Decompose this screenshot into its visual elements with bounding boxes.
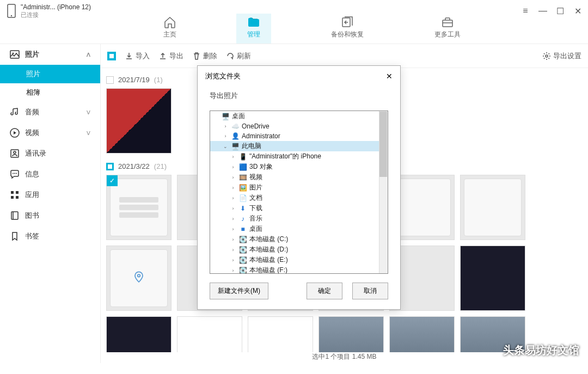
sidebar-sub-photos[interactable]: 照片 (0, 65, 100, 83)
svg-point-18 (138, 274, 140, 277)
import-icon (125, 52, 133, 60)
nav-home[interactable]: 主页 (152, 14, 187, 44)
user-icon: 👤 (231, 132, 240, 140)
photo-thumbnail[interactable] (460, 246, 525, 311)
tree-node-diskc[interactable]: ›💽本地磁盘 (C:) (210, 234, 388, 244)
trash-icon (192, 52, 201, 60)
photo-thumbnail[interactable] (106, 88, 171, 154)
dialog-title: 浏览文件夹 (205, 71, 241, 81)
svg-point-11 (16, 173, 17, 174)
nav-backup[interactable]: 备份和恢复 (320, 14, 375, 44)
sidebar-item-messages[interactable]: 信息 (0, 164, 100, 185)
tree-node-music[interactable]: ›♪音乐 (210, 213, 388, 224)
tree-node-onedrive[interactable]: ›☁️OneDrive (210, 121, 388, 131)
disk-icon: 💽 (238, 266, 247, 274)
photo-thumbnail[interactable] (248, 316, 313, 352)
bookmark-icon (10, 231, 20, 241)
photo-thumbnail[interactable] (106, 246, 171, 311)
pc-icon: 🖥️ (231, 142, 240, 151)
sidebar-item-apps[interactable]: 应用 (0, 185, 100, 205)
photo-thumbnail[interactable] (106, 316, 171, 352)
chevron-up-icon: ᐱ (87, 52, 90, 58)
photo-thumbnail[interactable] (389, 316, 455, 352)
apps-icon (10, 190, 20, 200)
sidebar-item-photos[interactable]: 照片 ᐱ (0, 44, 100, 65)
date-checkbox-checked[interactable] (106, 163, 114, 170)
svg-point-1 (11, 15, 12, 16)
tree-node-documents[interactable]: ›📄文档 (210, 193, 388, 203)
date-label: 2021/3/22 (118, 162, 150, 170)
desktop-folder-icon: ■ (238, 225, 247, 234)
tree-node-iphone[interactable]: ›📱"Administrator"的 iPhone (210, 151, 388, 162)
document-folder-icon: 📄 (238, 194, 247, 203)
tree-node-admin[interactable]: ›👤Administrator (210, 131, 388, 141)
toolbox-icon (441, 16, 454, 29)
tree-node-desktop2[interactable]: ›■桌面 (210, 224, 388, 234)
tree-node-diske[interactable]: ›💽本地磁盘 (E:) (210, 255, 388, 265)
svg-point-9 (13, 173, 14, 174)
sidebar-item-books[interactable]: 图书 (0, 205, 100, 226)
contact-icon (10, 149, 20, 158)
photo-thumbnail[interactable] (318, 316, 384, 352)
device-status: 已连接 (21, 11, 91, 19)
tree-node-videos[interactable]: ›🎞️视频 (210, 172, 388, 182)
new-folder-button[interactable]: 新建文件夹(M) (210, 283, 268, 299)
tree-node-thispc[interactable]: ⌄🖥️此电脑 (210, 141, 388, 151)
export-icon (158, 52, 167, 60)
cancel-button[interactable]: 取消 (352, 283, 388, 299)
titlebar: "Administr... (iPhone 12) 已连接 ≡ — ☐ ✕ (0, 0, 588, 22)
nav-tools-label: 更多工具 (434, 30, 461, 39)
date-checkbox[interactable] (106, 76, 114, 84)
refresh-button[interactable]: 刷新 (226, 51, 251, 61)
disk-icon: 💽 (238, 256, 247, 265)
maximize-button[interactable]: ☐ (556, 7, 564, 15)
photo-thumbnail[interactable] (460, 175, 525, 240)
photo-thumbnail[interactable] (177, 316, 242, 352)
scrollbar-thumb[interactable] (379, 112, 387, 177)
book-icon (10, 211, 20, 220)
folder-tree[interactable]: 🖥️桌面 ›☁️OneDrive ›👤Administrator ⌄🖥️此电脑 … (210, 111, 388, 274)
photo-thumbnail[interactable]: ✓ (106, 175, 171, 240)
sidebar-item-bookmarks[interactable]: 书签 (0, 226, 100, 247)
dialog-close-button[interactable]: ✕ (386, 72, 393, 81)
tree-node-desktop[interactable]: 🖥️桌面 (210, 111, 388, 121)
chevron-down-icon: ᐯ (87, 130, 90, 136)
tree-node-3d[interactable]: ›🟦3D 对象 (210, 162, 388, 172)
svg-point-10 (14, 173, 15, 174)
svg-point-17 (546, 55, 548, 57)
toolbar-label: 删除 (203, 51, 217, 61)
ok-button[interactable]: 确定 (307, 283, 342, 299)
folder-icon (247, 16, 260, 29)
device-info[interactable]: "Administr... (iPhone 12) 已连接 (7, 3, 91, 19)
backup-icon (341, 16, 354, 29)
svg-rect-3 (443, 20, 452, 27)
tree-node-diskf[interactable]: ›💽本地磁盘 (F:) (210, 265, 388, 274)
menu-icon[interactable]: ≡ (522, 7, 529, 15)
sidebar-item-video[interactable]: 视频 ᐯ (0, 122, 100, 143)
home-icon (163, 16, 176, 29)
sidebar-item-audio[interactable]: 音频 ᐯ (0, 102, 100, 122)
select-all-toggle[interactable] (107, 52, 116, 60)
sidebar-sub-albums[interactable]: 相簿 (0, 83, 100, 102)
close-button[interactable]: ✕ (574, 7, 581, 15)
toolbar-label: 导出 (169, 51, 183, 61)
date-count: (21) (154, 162, 167, 170)
toolbar-label: 导出设置 (553, 51, 581, 61)
export-settings-button[interactable]: 导出设置 (542, 51, 581, 61)
scrollbar-track[interactable] (379, 111, 388, 273)
svg-rect-15 (16, 196, 19, 199)
toolbar-label: 刷新 (237, 51, 251, 61)
export-button[interactable]: 导出 (158, 51, 183, 61)
delete-button[interactable]: 删除 (192, 51, 217, 61)
tree-node-diskd[interactable]: ›💽本地磁盘 (D:) (210, 244, 388, 255)
import-button[interactable]: 导入 (125, 51, 150, 61)
image-icon (10, 50, 20, 59)
sidebar-item-contacts[interactable]: 通讯录 (0, 143, 100, 164)
minimize-button[interactable]: — (539, 7, 547, 15)
nav-manage[interactable]: 管理 (236, 14, 271, 44)
picture-folder-icon: 🖼️ (238, 183, 247, 192)
nav-tools[interactable]: 更多工具 (424, 14, 471, 44)
tree-node-downloads[interactable]: ›⬇下载 (210, 203, 388, 213)
sidebar: 照片 ᐱ 照片 相簿 音频 ᐯ 视频 ᐯ 通讯录 信息 应用 图书 (0, 44, 101, 363)
tree-node-pictures[interactable]: ›🖼️图片 (210, 182, 388, 193)
